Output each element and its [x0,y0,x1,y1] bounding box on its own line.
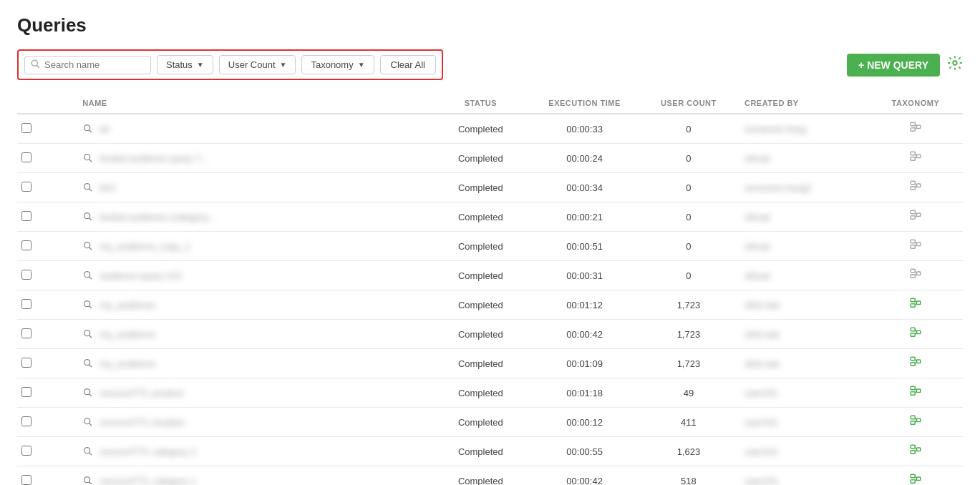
taxonomy-dropdown[interactable]: Taxonomy ▼ [301,55,374,74]
svg-rect-47 [911,298,915,302]
svg-rect-69 [911,392,915,396]
row-taxonomy [868,408,963,437]
svg-rect-62 [911,363,915,366]
svg-line-46 [89,306,92,308]
col-name-header: NAME [74,93,433,114]
col-status-header: STATUS [433,93,528,114]
row-status: Completed [433,408,528,437]
row-checkbox[interactable] [21,270,31,280]
row-name: my_audience [100,329,155,340]
row-name-cell: xxxxxxXTTL category 1 [74,466,433,486]
row-checkbox[interactable] [21,328,31,338]
svg-rect-20 [911,187,915,190]
row-name: limited audience (category... [100,212,215,222]
row-checkbox[interactable] [21,475,31,485]
taxonomy-icon [909,358,922,371]
svg-rect-76 [911,421,915,425]
row-checkbox-cell [17,232,74,261]
row-exec-time: 00:00:42 [528,320,641,349]
svg-rect-21 [916,184,920,187]
row-exec-time: 00:00:55 [528,437,641,466]
status-dropdown[interactable]: Status ▼ [157,55,213,74]
row-name: audience query 123 [100,270,181,281]
taxonomy-icon [909,417,922,429]
row-checkbox[interactable] [21,358,31,368]
taxonomy-icon [909,476,922,485]
svg-rect-70 [916,389,920,393]
table-row: my_audienceCompleted00:01:121,723sthd wa… [17,290,963,320]
row-name-cell: my_audience_copy_1 [74,232,433,261]
svg-rect-89 [911,474,915,478]
chevron-down-icon: ▼ [280,61,287,69]
row-name-cell: audience query 123 [74,261,433,290]
row-name: blr2 [100,182,115,193]
row-taxonomy [868,173,963,202]
clear-all-button[interactable]: Clear All [380,55,436,74]
svg-rect-91 [916,477,920,481]
svg-rect-13 [911,157,915,161]
row-name: my_audience [100,300,155,310]
table-container: NAME STATUS EXECUTION TIME USER COUNT CR… [17,93,963,485]
toolbar-right: + NEW QUERY [847,54,963,77]
row-user-count: 0 [641,173,736,202]
row-exec-time: 00:00:12 [528,408,641,437]
row-name: limited audience query 7... [100,153,208,164]
svg-line-60 [89,365,92,367]
row-checkbox[interactable] [21,416,31,426]
svg-rect-82 [911,445,915,449]
svg-rect-68 [911,386,915,390]
user-count-dropdown[interactable]: User Count ▼ [219,55,296,74]
svg-rect-83 [911,451,915,454]
svg-rect-26 [911,210,915,214]
row-name: xxxxxxXTTL location [100,417,185,428]
row-checkbox-cell [17,261,74,290]
row-user-count: 1,723 [641,349,736,378]
table-row: xxxxxxXTTL productCompleted00:01:1849use… [17,378,963,408]
new-query-button[interactable]: + NEW QUERY [847,54,940,77]
row-created-by: someone hong2 [736,173,868,202]
row-checkbox[interactable] [21,152,31,162]
row-created-by: sthuat [736,144,868,173]
row-taxonomy [868,290,963,320]
search-icon [31,59,40,71]
svg-rect-12 [911,152,915,155]
svg-rect-6 [911,128,915,132]
row-checkbox[interactable] [21,446,31,456]
search-input[interactable] [44,59,145,70]
settings-button[interactable] [947,55,963,75]
row-status: Completed [433,378,528,408]
taxonomy-icon [909,241,922,253]
taxonomy-icon [909,300,922,312]
row-exec-time: 00:00:31 [528,261,641,290]
row-checkbox[interactable] [21,299,31,309]
row-checkbox[interactable] [21,182,31,192]
row-name: my_audience [100,358,155,369]
row-name-cell: limited audience query 7... [74,144,433,173]
query-icon [82,328,94,340]
query-icon [82,387,94,398]
svg-rect-75 [911,416,915,419]
row-taxonomy [868,202,963,232]
svg-rect-77 [916,418,920,422]
row-taxonomy [868,144,963,173]
table-row: my_audience_copy_1Completed00:00:510sthu… [17,232,963,261]
row-user-count: 0 [641,144,736,173]
row-name: xxxxxxXTTL product [100,388,183,398]
svg-line-39 [89,277,92,279]
row-checkbox[interactable] [21,123,31,133]
taxonomy-icon [909,270,922,283]
row-checkbox[interactable] [21,211,31,221]
row-created-by: sthd wat [736,320,868,349]
row-status: Completed [433,320,528,349]
row-checkbox-cell [17,349,74,378]
table-body: blrCompleted00:00:330someone hong limite… [17,114,963,485]
row-name: xxxxxxXTTL category 2 [100,446,196,457]
row-created-by: user101 [736,378,868,408]
row-exec-time: 00:01:12 [528,290,641,320]
table-row: audience query 123Completed00:00:310sthu… [17,261,963,290]
row-checkbox[interactable] [21,387,31,397]
row-exec-time: 00:00:42 [528,466,641,486]
row-checkbox[interactable] [21,240,31,250]
col-exec-header: EXECUTION TIME [528,93,641,114]
row-taxonomy [868,466,963,486]
